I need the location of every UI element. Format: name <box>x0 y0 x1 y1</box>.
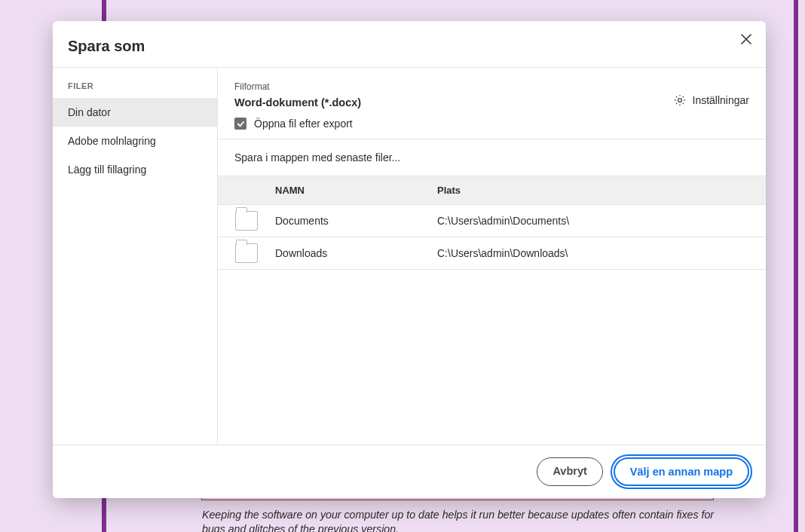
background-doc-right-border <box>794 0 798 532</box>
dialog-header: Spara som <box>53 21 766 68</box>
format-value[interactable]: Word-dokument (*.docx) <box>234 96 650 109</box>
sidebar-item-your-computer[interactable]: Din dator <box>53 98 217 127</box>
settings-button[interactable]: Inställningar <box>673 81 750 107</box>
folder-icon <box>235 243 258 263</box>
close-button[interactable] <box>737 30 755 48</box>
open-after-export-row[interactable]: Öppna fil efter export <box>234 118 650 130</box>
save-as-dialog: Spara som FILER Din dator Adobe molnlagr… <box>53 21 766 498</box>
gear-icon <box>673 93 687 107</box>
svg-point-0 <box>678 99 681 102</box>
table-cell-path: C:\Users\admin\Downloads\ <box>437 247 766 259</box>
recent-folders-table: NAMN Plats Documents C:\Users\admin\Docu… <box>218 176 766 445</box>
table-cell-name: Documents <box>275 215 437 227</box>
dialog-title: Spara som <box>68 38 746 55</box>
table-header-name[interactable]: NAMN <box>275 176 437 204</box>
main-panel: Filformat Word-dokument (*.docx) Öppna f… <box>218 68 766 445</box>
sidebar: FILER Din dator Adobe molnlagring Lägg t… <box>53 68 218 445</box>
table-cell-icon <box>218 211 275 231</box>
sidebar-item-adobe-cloud[interactable]: Adobe molnlagring <box>53 127 217 155</box>
table-cell-path: C:\Users\admin\Documents\ <box>437 215 766 227</box>
table-header-path[interactable]: Plats <box>437 176 766 204</box>
choose-folder-button[interactable]: Välj en annan mapp <box>614 457 749 486</box>
table-header-icon-col <box>218 176 275 204</box>
format-row: Filformat Word-dokument (*.docx) Öppna f… <box>218 68 766 139</box>
sidebar-section-label: FILER <box>53 81 217 98</box>
open-after-export-label: Öppna fil efter export <box>254 118 353 130</box>
checkmark-icon <box>237 120 245 128</box>
settings-label: Inställningar <box>693 94 750 106</box>
cancel-button[interactable]: Avbryt <box>537 457 602 486</box>
dialog-footer: Avbryt Välj en annan mapp <box>53 445 766 498</box>
format-caption: Filformat <box>234 81 650 92</box>
table-row[interactable]: Documents C:\Users\admin\Documents\ <box>218 205 766 237</box>
close-icon <box>741 34 751 44</box>
table-header: NAMN Plats <box>218 176 766 205</box>
recent-caption: Spara i mappen med senaste filer... <box>218 139 766 176</box>
open-after-export-checkbox[interactable] <box>234 118 246 130</box>
background-doc-tip-text: Keeping the software on your computer up… <box>202 508 730 532</box>
folder-icon <box>235 211 258 231</box>
table-row[interactable]: Downloads C:\Users\admin\Downloads\ <box>218 237 766 270</box>
format-left: Filformat Word-dokument (*.docx) Öppna f… <box>234 81 650 130</box>
dialog-body: FILER Din dator Adobe molnlagring Lägg t… <box>53 68 766 445</box>
table-cell-icon <box>218 243 275 263</box>
table-cell-name: Downloads <box>275 247 437 259</box>
sidebar-item-add-storage[interactable]: Lägg till fillagring <box>53 155 217 184</box>
